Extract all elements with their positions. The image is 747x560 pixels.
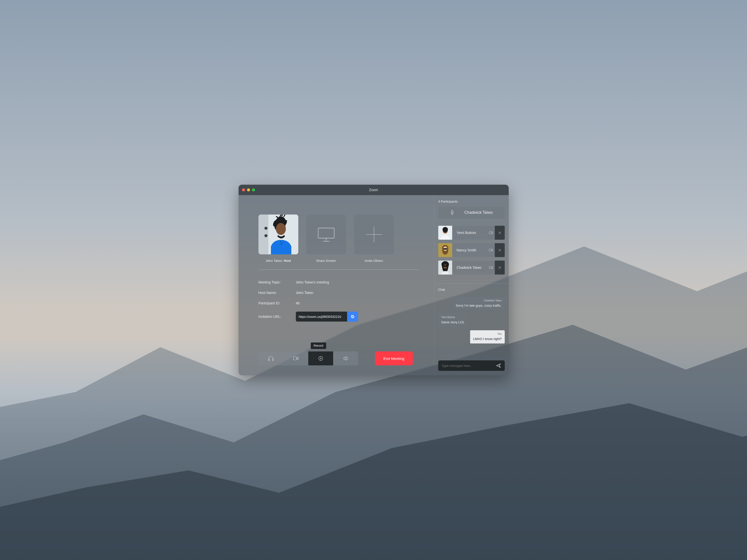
share-screen-label: Share Screen (316, 259, 336, 263)
chat-message: Chadwick Taiwo Sorry I'm late guys, craz… (453, 297, 505, 310)
video-camera-icon (292, 355, 300, 362)
active-speaker: Chadwick Taiwo (438, 206, 505, 219)
participant-camera-button[interactable] (487, 248, 495, 252)
participant-avatar (438, 226, 452, 240)
video-camera-icon (489, 230, 493, 235)
svg-rect-12 (268, 359, 269, 361)
send-icon (496, 363, 501, 368)
svg-rect-13 (273, 359, 274, 361)
participant-camera-button[interactable] (487, 265, 495, 270)
participant-row: Chadwick Taiwo (438, 261, 505, 274)
invitation-url-row: https://zoom.us/j/8930332210 (296, 312, 358, 322)
remove-participant-button[interactable] (495, 261, 505, 274)
participant-name: Yemi Buknor (452, 231, 487, 235)
svg-point-16 (320, 358, 321, 359)
participant-name: Chadwick Taiwo (452, 266, 487, 270)
participants-count: 4 Participants (438, 199, 505, 203)
minimize-window-button[interactable] (247, 188, 250, 191)
chat-input-row (438, 361, 505, 371)
svg-rect-11 (351, 315, 353, 317)
svg-rect-10 (352, 316, 354, 318)
chat-sender: Chadwick Taiwo (456, 299, 501, 302)
window-title: Zoom (238, 188, 509, 192)
self-video-tile: Jetro Taiwo: Host (258, 215, 298, 263)
traffic-lights (242, 188, 255, 191)
svg-rect-5 (318, 228, 334, 238)
headphones-icon (267, 355, 275, 362)
chat-sender: You (473, 332, 501, 336)
titlebar[interactable]: Zoom (238, 185, 509, 195)
video-button[interactable] (283, 351, 308, 365)
monitor-icon (315, 223, 338, 246)
chat-text: LMAO I know right? (473, 337, 501, 341)
participant-row: Nancy Smith (438, 243, 505, 257)
svg-rect-29 (489, 249, 491, 251)
side-panel: 4 Participants Chadwick Taiwo Yem (434, 195, 509, 375)
invitation-url-label: Invitation URL: (258, 315, 296, 319)
copy-url-button[interactable] (347, 312, 358, 322)
host-name-value: Jetro Taiwo (296, 291, 419, 295)
send-button[interactable] (496, 363, 501, 368)
chat-input[interactable] (442, 364, 496, 368)
remove-participant-button[interactable] (495, 243, 505, 257)
record-button[interactable] (308, 351, 333, 365)
app-window: Zoom (238, 185, 509, 375)
maximize-window-button[interactable] (252, 188, 255, 191)
invite-others-tile: Invite Others (354, 215, 394, 263)
svg-point-2 (264, 227, 267, 230)
svg-rect-17 (452, 210, 453, 213)
chat-sender: Yemi Buknor (441, 316, 465, 319)
self-role: Host (284, 259, 291, 263)
speaker-icon (342, 355, 349, 362)
self-name: Jetro Taiwo: (266, 259, 283, 263)
share-screen-tile: Share Screen (306, 215, 346, 263)
chat-title: Chat (438, 288, 505, 291)
bottom-row: Record (258, 342, 419, 365)
video-camera-icon (489, 248, 493, 252)
video-camera-icon (489, 265, 493, 270)
meeting-info: Meeting Topic: Jetro Taiwo's meeting Hos… (258, 280, 419, 322)
end-meeting-button[interactable]: End Meeting (375, 351, 413, 365)
chat-message: You LMAO I know right? (470, 330, 505, 344)
self-avatar (258, 215, 298, 255)
invitation-url-field[interactable]: https://zoom.us/j/8930332210 (296, 312, 347, 322)
speaker-button[interactable] (333, 351, 358, 365)
svg-point-35 (443, 265, 445, 267)
meeting-topic-label: Meeting Topic: (258, 280, 296, 284)
svg-rect-1 (258, 215, 268, 255)
control-toolbar (258, 351, 358, 365)
svg-rect-14 (293, 357, 297, 360)
host-name-label: Host Name: (258, 291, 296, 295)
active-speaker-name: Chadwick Taiwo (464, 210, 493, 215)
participant-id-label: Participant ID: (258, 301, 296, 305)
participant-id-value: 48 (296, 301, 419, 305)
close-icon (498, 266, 502, 270)
participant-camera-button[interactable] (487, 230, 495, 235)
chat-text: Same story LOL (441, 320, 465, 324)
svg-rect-22 (489, 232, 491, 234)
svg-rect-28 (443, 248, 447, 250)
invite-others-button[interactable] (354, 215, 394, 255)
plus-icon (362, 222, 386, 247)
share-screen-button[interactable] (306, 215, 346, 255)
participant-avatar (438, 243, 452, 257)
svg-point-15 (318, 356, 323, 361)
self-video-thumbnail[interactable] (258, 215, 298, 255)
remove-participant-button[interactable] (495, 226, 505, 240)
close-window-button[interactable] (242, 188, 245, 191)
close-icon (498, 231, 502, 235)
main-pane: Jetro Taiwo: Host Share Screen (238, 195, 434, 375)
record-tooltip: Record (311, 343, 327, 349)
tile-row: Jetro Taiwo: Host Share Screen (258, 215, 419, 263)
svg-point-3 (264, 234, 267, 237)
microphone-icon (450, 210, 455, 215)
chat-message: Yemi Buknor Same story LOL (438, 314, 468, 327)
close-icon (498, 248, 502, 252)
participant-name: Nancy Smith (452, 248, 487, 252)
participant-row: Yemi Buknor (438, 226, 505, 240)
audio-button[interactable] (258, 351, 283, 365)
participant-avatar (438, 261, 452, 274)
copy-icon (350, 314, 355, 319)
self-video-label: Jetro Taiwo: Host (266, 259, 291, 263)
invite-others-label: Invite Others (365, 259, 383, 263)
